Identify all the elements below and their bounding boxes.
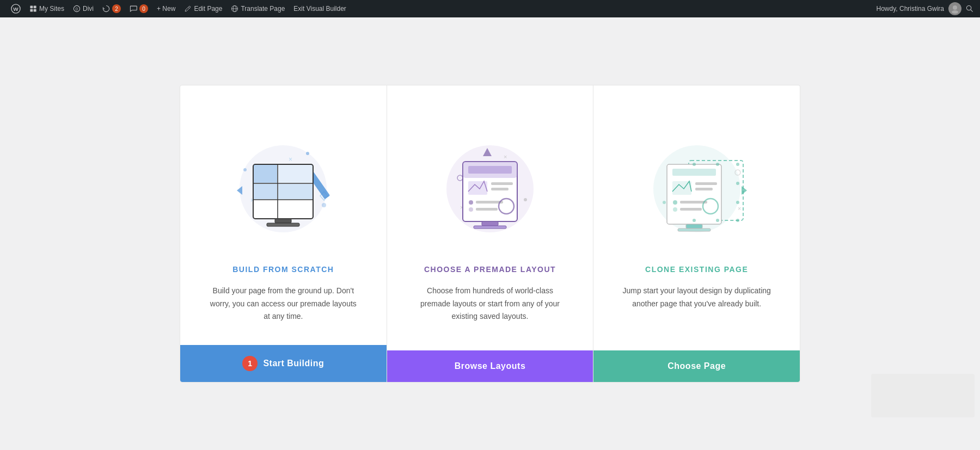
premade-illustration: × × — [430, 118, 550, 249]
svg-rect-46 — [491, 182, 513, 185]
svg-point-57 — [663, 201, 666, 204]
updates-link[interactable]: 2 — [98, 0, 125, 17]
svg-rect-47 — [491, 188, 509, 190]
svg-point-50 — [469, 207, 473, 212]
card-clone-title: CLONE EXISTING PAGE — [645, 265, 748, 274]
choose-page-wrap: Choose Page — [593, 350, 800, 382]
svg-text:×: × — [504, 153, 507, 160]
svg-text:×: × — [738, 205, 741, 212]
card-scratch: × × — [180, 85, 387, 383]
svg-point-66 — [673, 200, 677, 205]
comments-link[interactable]: 0 — [125, 0, 152, 17]
start-building-wrap: 1 Start Building — [180, 345, 387, 382]
svg-point-39 — [524, 198, 527, 201]
browse-layouts-wrap: Browse Layouts — [387, 350, 593, 382]
card-clone-desc: Jump start your layout design by duplica… — [621, 285, 773, 311]
svg-line-15 — [970, 9, 972, 11]
svg-point-73 — [693, 163, 696, 166]
user-greeting: Howdy, Christina Gwira — [877, 5, 944, 13]
cards-container: × × — [180, 85, 800, 383]
svg-rect-64 — [695, 182, 717, 185]
svg-rect-31 — [278, 165, 313, 183]
wp-logo[interactable]: W — [7, 0, 25, 17]
my-sites-link[interactable]: My Sites — [25, 0, 69, 17]
card-premade-desc: Choose from hundreds of world-class prem… — [414, 285, 566, 323]
svg-point-12 — [953, 5, 957, 10]
svg-rect-51 — [476, 208, 498, 211]
svg-rect-2 — [30, 5, 33, 8]
svg-point-19 — [243, 168, 247, 171]
svg-point-75 — [736, 163, 739, 166]
edit-page-link[interactable]: Edit Page — [180, 0, 226, 17]
svg-rect-5 — [34, 9, 36, 12]
admin-bar: W My Sites D Divi 2 0 + New Edit Page Tr… — [0, 0, 980, 17]
svg-point-18 — [322, 203, 326, 207]
updates-badge: 2 — [112, 4, 121, 13]
search-icon[interactable] — [966, 5, 973, 13]
new-link[interactable]: + New — [152, 0, 180, 17]
svg-marker-23 — [237, 186, 242, 195]
card-premade: × × — [387, 85, 594, 383]
svg-text:×: × — [289, 156, 292, 163]
svg-rect-30 — [254, 184, 277, 199]
svg-point-79 — [716, 219, 719, 222]
svg-text:W: W — [13, 6, 19, 12]
start-building-badge: 1 — [242, 356, 258, 371]
card-scratch-title: BUILD FROM SCRATCH — [232, 265, 334, 274]
user-avatar — [948, 2, 961, 15]
start-building-button[interactable]: 1 Start Building — [180, 345, 387, 382]
svg-rect-32 — [254, 165, 277, 183]
svg-point-76 — [736, 182, 739, 185]
svg-line-8 — [188, 7, 189, 8]
svg-marker-59 — [742, 186, 747, 195]
svg-point-68 — [673, 207, 677, 212]
browse-layouts-button[interactable]: Browse Layouts — [387, 350, 593, 382]
svg-rect-69 — [680, 208, 702, 211]
comments-badge: 0 — [139, 4, 148, 13]
svg-rect-4 — [30, 9, 33, 12]
svg-point-77 — [736, 201, 739, 204]
svg-rect-3 — [34, 5, 36, 8]
svg-rect-62 — [672, 169, 716, 176]
choose-page-button[interactable]: Choose Page — [593, 350, 800, 382]
svg-rect-71 — [686, 224, 702, 229]
svg-point-48 — [469, 200, 473, 205]
card-scratch-desc: Build your page from the ground up. Don'… — [207, 285, 359, 323]
svg-rect-33 — [278, 184, 313, 199]
svg-rect-44 — [468, 166, 512, 174]
svg-rect-53 — [482, 221, 498, 226]
svg-point-17 — [306, 152, 309, 155]
svg-rect-35 — [267, 223, 299, 226]
scratch-illustration: × × — [223, 118, 343, 249]
svg-rect-34 — [275, 219, 291, 223]
svg-point-78 — [693, 219, 696, 222]
translate-link[interactable]: Translate Page — [226, 0, 289, 17]
svg-point-80 — [736, 219, 739, 222]
scrollbar-hint — [871, 374, 975, 417]
clone-illustration: × — [637, 118, 757, 249]
exit-builder-link[interactable]: Exit Visual Builder — [289, 0, 351, 17]
svg-rect-65 — [695, 188, 713, 190]
card-premade-title: CHOOSE A PREMADE LAYOUT — [424, 265, 556, 274]
admin-bar-right: Howdy, Christina Gwira — [877, 2, 973, 15]
svg-text:D: D — [76, 7, 78, 11]
divi-link[interactable]: D Divi — [69, 0, 98, 17]
svg-point-74 — [716, 163, 719, 166]
svg-rect-72 — [678, 229, 710, 231]
svg-rect-54 — [474, 226, 506, 229]
card-clone: × — [593, 85, 800, 383]
page-body: × × — [0, 17, 980, 450]
svg-point-13 — [952, 10, 958, 14]
